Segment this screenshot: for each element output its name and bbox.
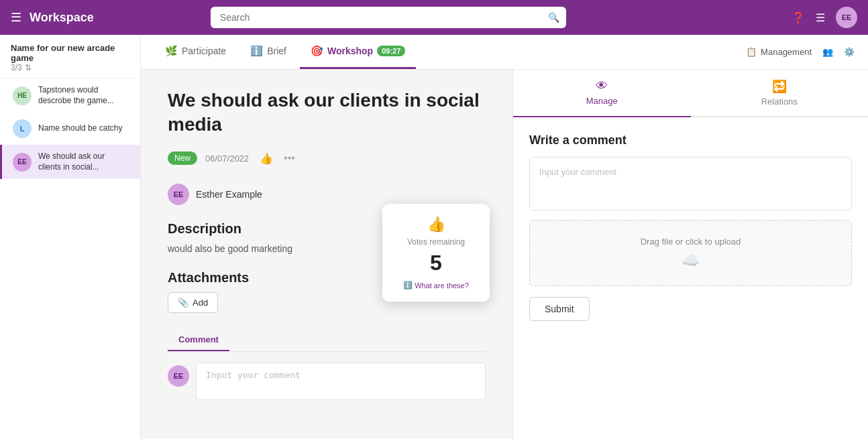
navbar-right: ❓ ☰ EE: [792, 7, 857, 28]
idea-actions: 👍 •••: [257, 149, 298, 168]
idea-meta: New 06/07/2022 👍 •••: [168, 149, 486, 168]
checklist-icon[interactable]: ☰: [816, 11, 825, 24]
help-icon[interactable]: ❓: [792, 11, 805, 24]
tab-brief[interactable]: ℹ️ Brief: [239, 35, 297, 69]
idea-author: EE Esther Example: [168, 184, 486, 205]
right-tabs: 👁 Manage 🔁 Relations: [513, 70, 868, 117]
workshop-timer: 09:27: [377, 46, 405, 56]
avatar-l: L: [13, 119, 32, 138]
search-container: 🔍: [211, 7, 566, 28]
thumb-up-icon[interactable]: 👍: [398, 216, 474, 233]
sidebar-header: Name for our new arcade game 3/3 ⇅: [0, 35, 140, 78]
what-are-these-link[interactable]: ℹ️ What are these?: [398, 281, 474, 290]
upload-area[interactable]: Drag file or click to upload ☁️: [529, 220, 852, 286]
tab-participate[interactable]: 🌿 Participate: [154, 35, 237, 69]
tab-relations[interactable]: 🔁 Relations: [691, 70, 869, 117]
avatar-ee-sidebar: EE: [13, 153, 32, 172]
comment-input-row: EE: [168, 363, 486, 400]
brief-icon: ℹ️: [250, 45, 263, 57]
search-icon: 🔍: [548, 12, 559, 23]
relations-icon: 🔁: [772, 79, 787, 94]
more-options-button[interactable]: •••: [281, 149, 298, 167]
status-badge: New: [168, 151, 197, 165]
info-icon: ℹ️: [403, 281, 413, 290]
right-pane: 👁 Manage 🔁 Relations Write a comment Inp…: [512, 70, 868, 439]
upload-icon: ☁️: [682, 252, 700, 269]
comment-tabs: Comment: [168, 329, 486, 352]
votes-popup: 👍 Votes remaining 5 ℹ️ What are these?: [382, 204, 490, 302]
workshop-icon: 🎯: [311, 45, 323, 57]
main-layout: Name for our new arcade game 3/3 ⇅ HE Ta…: [0, 35, 868, 439]
sidebar-item-1[interactable]: HE Tapstones would descrobe the game...: [0, 78, 140, 113]
navbar: ☰ Workspace 🔍 ❓ ☰ EE: [0, 0, 868, 35]
sidebar-project-title: Name for our new arcade game: [11, 43, 129, 63]
tab-workshop[interactable]: 🎯 Workshop 09:27: [300, 35, 416, 69]
author-avatar: EE: [168, 184, 189, 205]
tab-right-actions: 📋 Management 👥 ⚙️: [746, 47, 855, 57]
votes-count: 5: [398, 251, 474, 275]
sidebar-count: 3/3 ⇅: [11, 63, 129, 72]
app-logo: Workspace: [30, 11, 94, 25]
search-input[interactable]: [211, 7, 566, 28]
idea-title: We should ask our clients in social medi…: [168, 88, 486, 137]
submit-button[interactable]: Submit: [529, 297, 590, 321]
management-button[interactable]: 📋 Management: [746, 47, 812, 57]
sidebar-item-text-3: We should ask our clients in social...: [38, 151, 129, 172]
menu-icon[interactable]: ☰: [11, 10, 21, 25]
write-comment-title: Write a comment: [529, 133, 852, 147]
right-pane-content: Write a comment Input your comment Drag …: [513, 117, 868, 439]
right-comment-box[interactable]: Input your comment: [529, 157, 852, 210]
like-button[interactable]: 👍: [257, 149, 276, 168]
idea-pane: 👍 Votes remaining 5 ℹ️ What are these? W…: [141, 70, 512, 439]
participate-icon: 🌿: [165, 45, 178, 57]
sort-icon[interactable]: ⇅: [25, 63, 32, 72]
settings-icon[interactable]: ⚙️: [844, 47, 855, 57]
people-icon[interactable]: 👥: [822, 47, 833, 57]
paperclip-icon: 📎: [178, 298, 188, 308]
author-name: Esther Example: [196, 189, 262, 200]
commenter-avatar: EE: [168, 365, 189, 387]
comment-textarea[interactable]: [196, 363, 486, 400]
avatar-he: HE: [13, 86, 32, 105]
sidebar: Name for our new arcade game 3/3 ⇅ HE Ta…: [0, 35, 141, 439]
comment-tab[interactable]: Comment: [168, 329, 229, 351]
tab-bar: 🌿 Participate ℹ️ Brief 🎯 Workshop 09:27 …: [141, 35, 868, 70]
idea-date: 06/07/2022: [205, 153, 249, 164]
user-avatar[interactable]: EE: [836, 7, 857, 28]
pane-layout: 👍 Votes remaining 5 ℹ️ What are these? W…: [141, 70, 868, 439]
sidebar-item-3[interactable]: EE We should ask our clients in social..…: [0, 145, 140, 179]
votes-remaining-label: Votes remaining: [398, 237, 474, 247]
manage-icon: 👁: [596, 79, 608, 93]
add-attachment-button[interactable]: 📎 Add: [168, 292, 218, 313]
management-icon: 📋: [746, 47, 757, 57]
sidebar-item-2[interactable]: L Name should be catchy: [0, 113, 140, 145]
sidebar-item-text-2: Name should be catchy: [38, 123, 122, 134]
tab-manage[interactable]: 👁 Manage: [513, 70, 691, 117]
content-area: 🌿 Participate ℹ️ Brief 🎯 Workshop 09:27 …: [141, 35, 868, 439]
sidebar-item-text-1: Tapstones would descrobe the game...: [38, 85, 129, 106]
upload-text: Drag file or click to upload: [641, 237, 741, 247]
